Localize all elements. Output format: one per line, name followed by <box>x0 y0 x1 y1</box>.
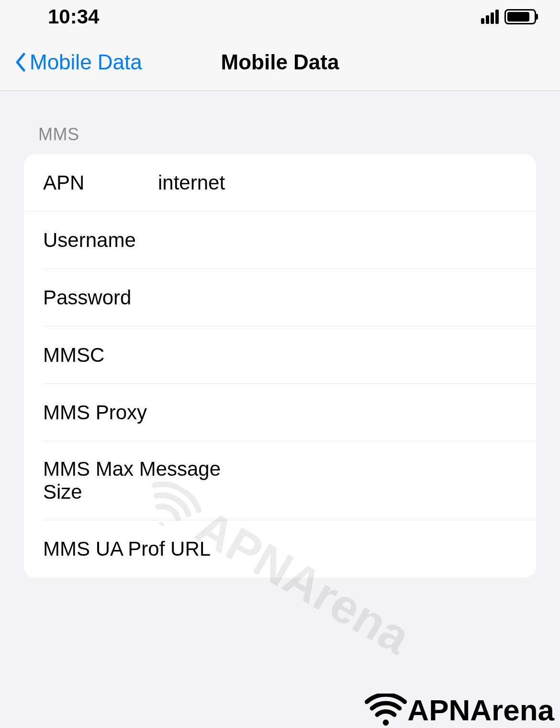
cellular-signal-icon <box>481 10 499 24</box>
mmsc-row[interactable]: MMSC <box>43 326 536 384</box>
footer-brand: APNArena <box>364 693 554 727</box>
username-row[interactable]: Username <box>43 212 536 269</box>
apn-input[interactable] <box>158 171 517 194</box>
svg-point-0 <box>383 719 389 726</box>
mms-ua-prof-input[interactable] <box>211 538 517 560</box>
page-title: Mobile Data <box>221 50 339 74</box>
mmsc-label: MMSC <box>43 344 104 367</box>
back-label: Mobile Data <box>30 50 142 74</box>
wifi-icon <box>364 694 407 727</box>
chevron-left-icon <box>14 52 26 72</box>
footer-brand-text: APNArena <box>407 693 554 727</box>
status-time: 10:34 <box>48 5 99 28</box>
mms-proxy-row[interactable]: MMS Proxy <box>43 384 536 441</box>
content-area: MMS APN Username Password MMSC MMS Proxy <box>0 91 560 578</box>
settings-group-mms: APN Username Password MMSC MMS Proxy MMS… <box>24 154 536 578</box>
mms-proxy-input[interactable] <box>147 401 517 424</box>
mmsc-input[interactable] <box>104 344 517 367</box>
apn-label: APN <box>43 171 158 194</box>
password-label: Password <box>43 286 131 309</box>
mms-max-size-input[interactable] <box>264 469 517 492</box>
username-input[interactable] <box>136 229 517 252</box>
status-bar: 10:34 <box>0 0 560 34</box>
username-label: Username <box>43 229 136 252</box>
mms-ua-prof-label: MMS UA Prof URL <box>43 538 211 560</box>
status-indicators <box>481 9 536 24</box>
mms-max-size-label: MMS Max Message Size <box>43 458 264 504</box>
password-row[interactable]: Password <box>43 269 536 326</box>
navigation-bar: Mobile Data Mobile Data <box>0 34 560 91</box>
section-header-mms: MMS <box>24 124 536 154</box>
mms-proxy-label: MMS Proxy <box>43 401 147 424</box>
mms-max-size-row[interactable]: MMS Max Message Size <box>43 441 536 520</box>
back-button[interactable]: Mobile Data <box>14 50 142 74</box>
mms-ua-prof-row[interactable]: MMS UA Prof URL <box>43 520 536 578</box>
password-input[interactable] <box>131 286 517 309</box>
battery-icon <box>504 9 536 24</box>
apn-row[interactable]: APN <box>24 154 536 212</box>
